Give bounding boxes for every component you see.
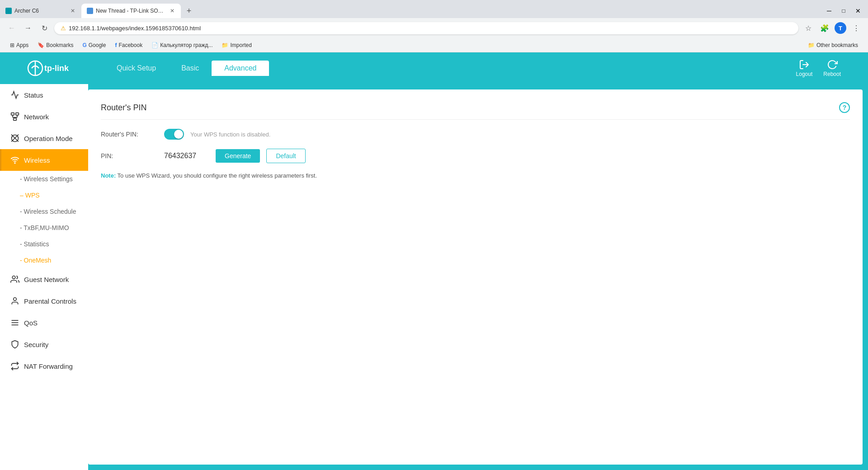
tab-2-close[interactable]: ✕ xyxy=(169,7,175,15)
sidebar-item-network[interactable]: Network xyxy=(0,106,88,127)
logo-area: tp-link xyxy=(27,60,77,76)
statistics-prefix: - xyxy=(20,240,24,248)
reboot-label: Reboot xyxy=(823,71,841,77)
sidebar-sub-wireless-settings[interactable]: - Wireless Settings xyxy=(0,171,88,187)
new-tab-button[interactable]: + xyxy=(183,5,195,17)
generate-button[interactable]: Generate xyxy=(216,149,260,163)
wps-toggle[interactable] xyxy=(164,129,184,140)
pin-label: Router's PIN: xyxy=(101,131,164,138)
panel-title-area: Router's PIN ? xyxy=(101,102,850,120)
txbf-label: TxBF,MU-MIMO xyxy=(24,224,69,231)
sidebar-wireless-label: Wireless xyxy=(24,156,50,164)
sidebar-security-label: Security xyxy=(24,341,48,348)
tab-2-title: New Thread - TP-Link SOHO Co... xyxy=(96,8,166,14)
other-bookmarks-label: Other bookmarks xyxy=(816,42,858,48)
note-row: Note: To use WPS Wizard, you should conf… xyxy=(101,172,850,179)
wps-disabled-text: Your WPS function is disabled. xyxy=(190,131,270,138)
refresh-button[interactable]: ↻ xyxy=(38,22,51,34)
extensions-button[interactable]: 🧩 xyxy=(818,22,831,34)
address-text: 192.168.1.1/webpages/index.1596185370610… xyxy=(69,25,792,32)
sidebar-item-parental-controls[interactable]: Parental Controls xyxy=(0,290,88,312)
sidebar-item-status[interactable]: Status xyxy=(0,84,88,106)
bookmark-facebook[interactable]: f Facebook xyxy=(111,41,146,50)
sidebar-guest-network-label: Guest Network xyxy=(24,276,69,283)
header-actions: Logout Reboot xyxy=(796,59,841,77)
bookmark-calc[interactable]: 📄 Калькулятор гражд... xyxy=(148,41,216,50)
sidebar-sub-wps[interactable]: – WPS xyxy=(0,187,88,203)
tab-2-favicon xyxy=(87,8,93,14)
bookmark-google-label: Google xyxy=(89,42,106,48)
note-label: Note: xyxy=(101,172,116,179)
address-input[interactable]: ⚠ 192.168.1.1/webpages/index.15961853706… xyxy=(54,22,798,34)
minimize-button[interactable]: ─ xyxy=(823,5,835,17)
svg-point-11 xyxy=(14,163,15,164)
sidebar-item-guest-network[interactable]: Guest Network xyxy=(0,268,88,290)
bookmark-icon: 🔖 xyxy=(38,42,44,48)
maximize-button[interactable]: □ xyxy=(837,5,850,17)
window-controls: ─ □ ✕ xyxy=(823,5,868,17)
operation-mode-icon xyxy=(10,134,19,143)
tab-1-favicon xyxy=(5,8,12,14)
profile-avatar[interactable]: T xyxy=(835,22,846,34)
statistics-label: Statistics xyxy=(24,240,49,248)
bookmark-google[interactable]: G Google xyxy=(79,41,109,50)
tab-1-close[interactable]: ✕ xyxy=(70,7,76,15)
status-icon xyxy=(10,90,19,99)
nav-tabs: Quick Setup Basic Advanced xyxy=(104,61,796,76)
sidebar-item-security[interactable]: Security xyxy=(0,334,88,355)
logout-label: Logout xyxy=(796,71,813,77)
tab-1[interactable]: Archer C6 ✕ xyxy=(0,4,81,18)
panel-title-text: Router's PIN xyxy=(101,103,146,113)
svg-rect-3 xyxy=(11,113,14,115)
sidebar-sub-onemesh[interactable]: - OneMesh xyxy=(0,252,88,268)
guest-network-icon xyxy=(10,275,19,284)
calc-icon: 📄 xyxy=(151,42,158,48)
sidebar-item-nat-forwarding[interactable]: NAT Forwarding xyxy=(0,355,88,377)
menu-button[interactable]: ⋮ xyxy=(850,22,863,34)
sidebar-item-qos[interactable]: QoS xyxy=(0,312,88,334)
bookmark-bookmarks-label: Bookmarks xyxy=(46,42,73,48)
imported-icon: 📁 xyxy=(222,42,228,48)
tab-basic[interactable]: Basic xyxy=(169,61,212,76)
pin-value-row: PIN: 76432637 Generate Default xyxy=(101,149,850,163)
toggle-knob xyxy=(174,130,183,139)
pin-toggle-value: Your WPS function is disabled. xyxy=(164,129,850,140)
close-button[interactable]: ✕ xyxy=(852,5,864,17)
sidebar-sub-wireless-schedule[interactable]: - Wireless Schedule xyxy=(0,203,88,220)
forward-button[interactable]: → xyxy=(22,22,34,34)
sidebar-nat-forwarding-label: NAT Forwarding xyxy=(24,362,73,370)
sidebar-qos-label: QoS xyxy=(24,319,38,327)
help-button[interactable]: ? xyxy=(839,102,850,113)
note-text: To use WPS Wizard, you should configure … xyxy=(118,172,317,179)
bookmark-imported-label: Imported xyxy=(230,42,251,48)
default-button[interactable]: Default xyxy=(266,149,305,163)
tab-quick-setup[interactable]: Quick Setup xyxy=(104,61,169,76)
bookmark-calc-label: Калькулятор гражд... xyxy=(160,42,212,48)
parental-controls-icon xyxy=(10,296,19,306)
sidebar-item-operation-mode[interactable]: Operation Mode xyxy=(0,127,88,149)
bookmark-bookmarks[interactable]: 🔖 Bookmarks xyxy=(34,41,77,50)
logout-button[interactable]: Logout xyxy=(796,59,813,77)
browser-chrome: Archer C6 ✕ New Thread - TP-Link SOHO Co… xyxy=(0,0,868,52)
bookmark-apps[interactable]: ⊞ Apps xyxy=(6,41,32,50)
onemesh-prefix: - xyxy=(20,257,24,264)
reboot-button[interactable]: Reboot xyxy=(823,59,841,77)
bookmark-button[interactable]: ☆ xyxy=(802,22,815,34)
bookmarks-bar: ⊞ Apps 🔖 Bookmarks G Google f Facebook 📄… xyxy=(0,38,868,52)
sidebar-sub-statistics[interactable]: - Statistics xyxy=(0,236,88,252)
sidebar-item-wireless[interactable]: Wireless xyxy=(0,149,88,171)
security-icon xyxy=(10,340,19,349)
back-button[interactable]: ← xyxy=(5,22,18,34)
main-area: Status Network Operation Mode xyxy=(0,84,868,470)
tab-advanced[interactable]: Advanced xyxy=(212,61,269,76)
sidebar-sub-txbf[interactable]: - TxBF,MU-MIMO xyxy=(0,220,88,236)
bookmark-imported[interactable]: 📁 Imported xyxy=(218,41,255,50)
pin-buttons-value: 76432637 Generate Default xyxy=(164,149,850,163)
tab-bar: Archer C6 ✕ New Thread - TP-Link SOHO Co… xyxy=(0,0,868,18)
pin-toggle-row: Router's PIN: Your WPS function is disab… xyxy=(101,129,850,140)
bookmark-other[interactable]: 📁 Other bookmarks xyxy=(804,41,862,50)
sidebar: Status Network Operation Mode xyxy=(0,84,88,470)
tab-2[interactable]: New Thread - TP-Link SOHO Co... ✕ xyxy=(81,4,181,18)
wireless-schedule-label: Wireless Schedule xyxy=(24,208,76,215)
bookmark-facebook-label: Facebook xyxy=(118,42,142,48)
